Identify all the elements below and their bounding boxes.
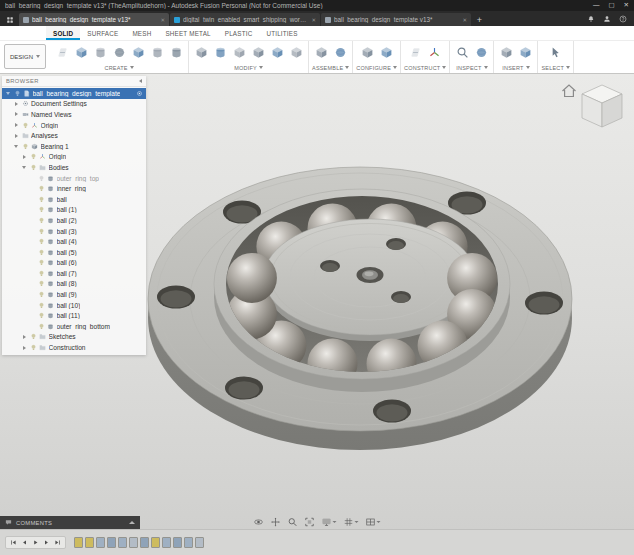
ribbon-tab-solid[interactable]: SOLID [46, 26, 80, 40]
user-icon[interactable] [603, 15, 611, 23]
visibility-icon[interactable] [30, 333, 37, 340]
collapse-arrow-icon[interactable] [13, 145, 19, 148]
tool-select[interactable] [547, 43, 565, 61]
fit-button[interactable] [305, 517, 315, 527]
sketch-feature-icon[interactable] [85, 537, 94, 548]
tool-extrude[interactable] [72, 43, 90, 61]
orbit-button[interactable] [254, 517, 264, 527]
browser-row[interactable]: Construction [2, 342, 146, 353]
browser-row[interactable]: ball (8) [2, 279, 146, 290]
tool-fillet[interactable] [211, 43, 229, 61]
browser-row[interactable]: ball (6) [2, 258, 146, 269]
expand-arrow-icon[interactable] [21, 346, 27, 350]
visibility-icon[interactable] [38, 323, 45, 330]
expand-arrow-icon[interactable] [13, 112, 19, 116]
tab-close-icon[interactable]: ✕ [311, 17, 316, 23]
visibility-icon[interactable] [22, 122, 29, 129]
step-forward-button[interactable] [42, 538, 51, 547]
activate-radio[interactable] [136, 90, 143, 97]
collapse-arrow-icon[interactable] [21, 166, 27, 169]
feature-feature-icon[interactable] [118, 537, 127, 548]
browser-row[interactable]: Named Views [2, 109, 146, 120]
close-button[interactable]: ✕ [624, 2, 629, 9]
visibility-icon[interactable] [38, 238, 45, 245]
visibility-icon[interactable] [38, 228, 45, 235]
tool-section-analysis[interactable] [472, 43, 490, 61]
tool-split-body[interactable] [268, 43, 286, 61]
feature-feature-icon[interactable] [173, 537, 182, 548]
tool-create-sketch[interactable] [53, 43, 71, 61]
visibility-icon[interactable] [38, 217, 45, 224]
browser-row[interactable]: ball (1) [2, 205, 146, 216]
tool-press-pull[interactable] [192, 43, 210, 61]
expand-arrow-icon[interactable] [21, 155, 27, 159]
tab-close-icon[interactable]: ✕ [462, 17, 467, 23]
minimize-button[interactable]: — [593, 2, 600, 9]
tool-joint[interactable] [331, 43, 349, 61]
ribbon-tab-plastic[interactable]: PLASTIC [218, 26, 260, 40]
workspace-selector[interactable]: DESIGN [4, 44, 46, 69]
browser-row[interactable]: ball (9) [2, 289, 146, 300]
collapse-panel-icon[interactable] [139, 79, 142, 83]
visibility-icon[interactable] [38, 312, 45, 319]
ribbon-tab-sheet-metal[interactable]: SHEET METAL [158, 26, 217, 40]
display-settings-button[interactable] [322, 517, 337, 527]
browser-row[interactable]: outer_ring_bottom [2, 321, 146, 332]
visibility-icon[interactable] [38, 259, 45, 266]
tool-construction-axis[interactable] [426, 43, 444, 61]
view-cube[interactable] [560, 80, 626, 132]
browser-row[interactable]: Bearing 1 [2, 141, 146, 152]
feature-feature-icon[interactable] [195, 537, 204, 548]
browser-row[interactable]: outer_ring_top [2, 173, 146, 184]
viewports-button[interactable] [366, 517, 381, 527]
data-panel-toggle[interactable] [3, 13, 17, 26]
feature-feature-icon[interactable] [107, 537, 116, 548]
visibility-icon[interactable] [38, 175, 45, 182]
skip-to-end-button[interactable] [53, 538, 62, 547]
visibility-icon[interactable] [38, 291, 45, 298]
bell-icon[interactable] [587, 15, 595, 23]
ribbon-tab-mesh[interactable]: MESH [125, 26, 158, 40]
tool-revolve[interactable] [91, 43, 109, 61]
skip-to-start-button[interactable] [9, 538, 18, 547]
visibility-icon[interactable] [38, 249, 45, 256]
document-tab[interactable]: ball_bearing_design_template v13*✕ [19, 13, 169, 26]
feature-feature-icon[interactable] [129, 537, 138, 548]
browser-row[interactable]: ball (5) [2, 247, 146, 258]
tool-measure[interactable] [453, 43, 471, 61]
tool-configuration-table[interactable] [377, 43, 395, 61]
browser-row[interactable]: inner_ring [2, 183, 146, 194]
browser-row[interactable]: ball (7) [2, 268, 146, 279]
play-button[interactable] [31, 538, 40, 547]
browser-row[interactable]: ball_bearing_design_template [2, 88, 146, 99]
document-tab[interactable]: digital_twin_enabled_smart_shipping_work… [170, 13, 320, 26]
expand-arrow-icon[interactable] [21, 335, 27, 339]
collapse-arrow-icon[interactable] [5, 92, 11, 95]
visibility-icon[interactable] [38, 185, 45, 192]
browser-row[interactable]: ball [2, 194, 146, 205]
browser-row[interactable]: Analyses [2, 130, 146, 141]
feature-feature-icon[interactable] [140, 537, 149, 548]
expand-comments-icon[interactable] [129, 521, 135, 524]
browser-row[interactable]: ball (3) [2, 226, 146, 237]
ribbon-tab-surface[interactable]: SURFACE [80, 26, 125, 40]
zoom-button[interactable] [288, 517, 298, 527]
browser-row[interactable]: Document Settings [2, 99, 146, 110]
sketch-feature-icon[interactable] [74, 537, 83, 548]
tool-configurations[interactable] [358, 43, 376, 61]
expand-arrow-icon[interactable] [13, 123, 19, 127]
browser-row[interactable]: ball (4) [2, 236, 146, 247]
visibility-icon[interactable] [22, 143, 29, 150]
step-back-button[interactable] [20, 538, 29, 547]
feature-feature-icon[interactable] [96, 537, 105, 548]
visibility-icon[interactable] [38, 280, 45, 287]
visibility-icon[interactable] [38, 196, 45, 203]
maximize-button[interactable]: ▢ [608, 2, 614, 9]
visibility-icon[interactable] [30, 164, 37, 171]
help-icon[interactable] [619, 15, 627, 23]
tool-hole[interactable] [148, 43, 166, 61]
visibility-icon[interactable] [38, 270, 45, 277]
browser-row[interactable]: Origin [2, 152, 146, 163]
new-tab-button[interactable]: + [473, 13, 486, 26]
ribbon-tab-utilities[interactable]: UTILITIES [259, 26, 304, 40]
